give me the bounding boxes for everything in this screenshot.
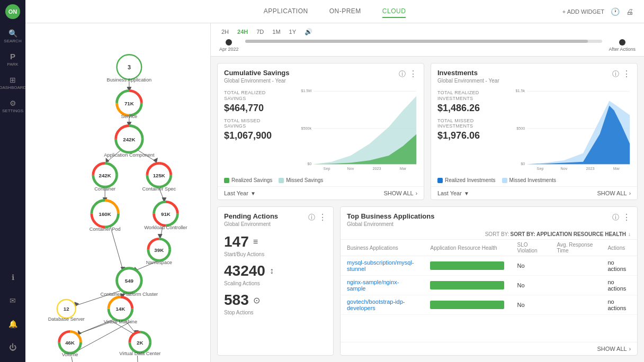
show-all-investments-button[interactable]: SHOW ALL › xyxy=(597,190,631,196)
node-virtual-machine[interactable]: 14K Virtual Machine xyxy=(104,297,137,324)
slo-govtech: No xyxy=(511,295,550,315)
top-apps-more-icon[interactable]: ⋮ xyxy=(622,212,631,222)
sort-direction-icon[interactable]: ↓ xyxy=(628,231,631,237)
node-container-platform-cluster[interactable]: 549 Container Platform Cluster xyxy=(101,268,158,297)
node-virtual-data-center[interactable]: 2K Virtual Data Center xyxy=(119,332,160,356)
app-link-nginx[interactable]: nginx-sample/nginx-sample xyxy=(347,279,399,292)
top-bar-actions: + ADD WIDGET 🕐 🖨 xyxy=(562,7,633,16)
pending-more-icon[interactable]: ⋮ xyxy=(318,212,327,222)
time-info-icon[interactable]: 🔊 xyxy=(305,28,312,35)
svg-text:Namespace: Namespace xyxy=(146,260,172,265)
investments-more-icon[interactable]: ⋮ xyxy=(622,69,631,79)
stop-value: 583 xyxy=(224,292,249,309)
col-actions: Actions xyxy=(601,240,637,256)
investments-chart-svg: $1.5k $500 $0 xyxy=(512,86,631,173)
add-widget-button[interactable]: + ADD WIDGET xyxy=(562,8,604,15)
investments-title: Investments xyxy=(437,69,499,77)
top-apps-info-icon[interactable]: ⓘ xyxy=(612,213,619,222)
tab-cloud[interactable]: CLOUD xyxy=(382,5,406,18)
time-24h[interactable]: 24H xyxy=(235,28,250,36)
node-volume[interactable]: 46K Volume xyxy=(59,331,81,357)
node-namespace[interactable]: 39K Namespace xyxy=(146,239,172,265)
nav-dashboard[interactable]: ⊞ DASHBOARD xyxy=(2,72,23,93)
table-row: govtech/bootstrap-idp-developers No no a… xyxy=(341,295,637,315)
time-1m[interactable]: 1M xyxy=(270,28,282,36)
node-container[interactable]: 242K Container xyxy=(93,163,117,192)
realized-investments-value: $1,486.26 xyxy=(437,103,512,114)
start-buy-icon: ≡ xyxy=(253,237,258,247)
topology-panel: 3 Business Application 71K Service xyxy=(25,23,211,362)
node-application-component[interactable]: 242K Application Component xyxy=(104,125,155,157)
svg-text:Business Application: Business Application xyxy=(107,77,152,83)
history-icon[interactable]: 🕐 xyxy=(611,7,620,16)
nav-power[interactable]: ⏻ xyxy=(2,337,23,358)
top-apps-subtitle: Global Environment xyxy=(347,221,434,227)
col-slo-violation: SLO Violation xyxy=(511,240,550,256)
start-buy-value: 147 xyxy=(224,233,249,250)
svg-text:Mar: Mar xyxy=(613,166,620,171)
app-link-mysql[interactable]: mysql-subscription/mysql-stunnel xyxy=(347,259,414,272)
svg-text:2023: 2023 xyxy=(586,166,595,171)
svg-text:$500: $500 xyxy=(516,126,525,131)
cumulative-savings-header: Cumulative Savings Global Environment - … xyxy=(218,64,424,86)
svg-text:Container Pod: Container Pod xyxy=(90,227,121,232)
sort-bar: SORT BY: SORT BY: APPLICATION RESOURCE H… xyxy=(341,229,637,240)
health-bar-govtech xyxy=(430,301,504,309)
realized-savings-value: $464,770 xyxy=(224,103,298,114)
nav-search[interactable]: 🔍 SEARCH xyxy=(2,25,23,47)
nav-park[interactable]: P PARK xyxy=(2,49,23,70)
pending-actions-subtitle: Global Environment xyxy=(224,221,278,227)
tab-application[interactable]: APPLICATION xyxy=(264,5,308,18)
nav-mail[interactable]: ✉ xyxy=(2,290,23,311)
table-row: mysql-subscription/mysql-stunnel No no a… xyxy=(341,256,637,276)
info-circle-icon[interactable]: ⓘ xyxy=(399,69,406,79)
pending-info-icon[interactable]: ⓘ xyxy=(308,213,315,222)
svg-text:2023: 2023 xyxy=(373,166,381,171)
svg-text:549: 549 xyxy=(125,278,134,284)
tab-onprem[interactable]: ON-PREM xyxy=(329,5,361,18)
actions-mysql: no actions xyxy=(601,256,637,276)
realized-savings-label: TOTAL REALIZEDSAVINGS xyxy=(224,90,298,102)
nav-settings[interactable]: ⚙ SETTINGS xyxy=(2,95,23,116)
time-7d[interactable]: 7D xyxy=(254,28,266,36)
app-link-govtech[interactable]: govtech/bootstrap-idp-developers xyxy=(347,298,405,311)
missed-savings-label: TOTAL MISSEDSAVINGS xyxy=(224,118,298,130)
nav-alert[interactable]: 🔔 xyxy=(2,313,23,334)
svg-text:3: 3 xyxy=(128,64,131,70)
svg-text:Container Platform Cluster: Container Platform Cluster xyxy=(101,292,158,297)
node-service[interactable]: 71K Service xyxy=(117,91,142,119)
chevron-right-inv-icon: › xyxy=(629,191,631,196)
nav-info[interactable]: ℹ xyxy=(2,267,23,288)
health-bar-fill-govtech xyxy=(430,301,504,309)
node-business-application[interactable]: 3 Business Application xyxy=(107,55,152,83)
widget-row-2: Pending Actions Global Environment ⓘ ⋮ xyxy=(217,206,638,356)
show-all-apps-label: SHOW ALL xyxy=(597,346,627,352)
node-workload-controller[interactable]: 91K Workload Controller xyxy=(144,202,187,230)
savings-chart-svg: $1.5M $500k $0 xyxy=(298,86,417,173)
svg-text:14K: 14K xyxy=(115,306,125,312)
top-navigation: APPLICATION ON-PREM CLOUD xyxy=(264,5,406,18)
sort-value[interactable]: SORT BY: APPLICATION RESOURCE HEALTH xyxy=(510,231,626,237)
right-panel: 2H 24H 7D 1M 1Y 🔊 Apr 2022 xyxy=(211,23,644,362)
response-nginx xyxy=(551,276,602,295)
node-database-server[interactable]: 12 Database Server xyxy=(48,300,85,322)
last-year-savings-button[interactable]: Last Year ▼ xyxy=(224,190,256,196)
show-all-savings-button[interactable]: SHOW ALL › xyxy=(383,190,417,196)
investments-info-icon[interactable]: ⓘ xyxy=(612,69,619,79)
last-year-investments-button[interactable]: Last Year ▼ xyxy=(437,190,469,196)
svg-marker-8 xyxy=(154,158,158,163)
app-logo[interactable]: ON xyxy=(5,4,20,19)
pending-actions-actions: ⓘ ⋮ xyxy=(308,212,327,222)
show-all-apps-button[interactable]: SHOW ALL › xyxy=(597,346,631,352)
svg-text:Nov: Nov xyxy=(347,166,354,171)
time-1y[interactable]: 1Y xyxy=(287,28,298,36)
last-year-savings-label: Last Year xyxy=(224,190,248,196)
svg-text:Volume: Volume xyxy=(62,352,78,357)
print-icon[interactable]: 🖨 xyxy=(626,7,633,16)
node-container-pod[interactable]: 160K Container Pod xyxy=(90,200,121,231)
time-controls: 2H 24H 7D 1M 1Y 🔊 Apr 2022 xyxy=(211,23,644,57)
time-2h[interactable]: 2H xyxy=(219,28,231,36)
more-options-icon[interactable]: ⋮ xyxy=(409,69,417,79)
realized-investments-label: TOTAL REALIZEDINVESTMENTS xyxy=(437,90,512,102)
node-container-spec[interactable]: 125K Container Spec xyxy=(142,163,176,192)
